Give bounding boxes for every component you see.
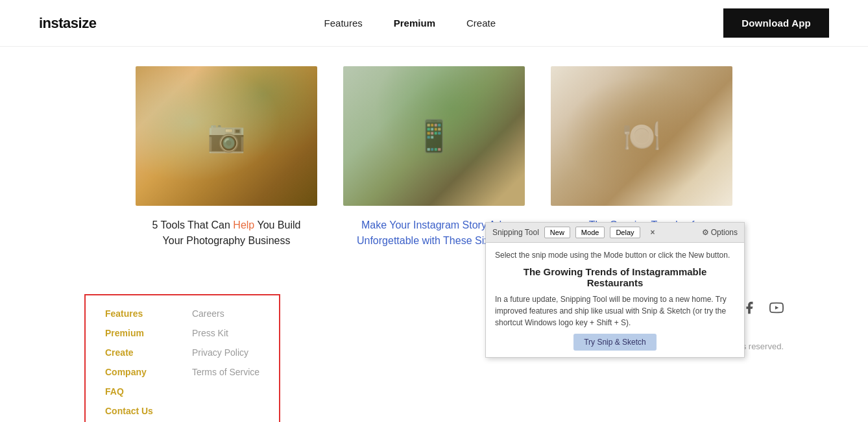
footer-faq[interactable]: FAQ [105,386,153,397]
snipping-title-label: Snipping Tool [492,228,539,237]
nav-premium[interactable]: Premium [394,18,435,29]
download-app-button[interactable]: Download App [723,8,829,38]
svg-marker-3 [775,306,778,310]
footer-contact-us[interactable]: Contact Us [105,406,153,416]
snipping-delay-btn[interactable]: Delay [610,227,640,238]
cards-container: 5 Tools That Can Help You BuildYour Phot… [84,66,784,249]
footer-premium[interactable]: Premium [105,328,153,338]
snipping-article-title: The Growing Trends of Instagrammable Res… [495,266,735,288]
snipping-new-btn[interactable]: New [544,227,570,238]
nav-create[interactable]: Create [466,18,496,29]
header: instasize Features Premium Create Downlo… [0,0,868,47]
footer-links-box: Features Premium Create Company FAQ Cont… [84,294,280,422]
footer-col-2: Careers Press Kit Privacy Policy Terms o… [192,308,259,416]
snipping-toolbar: Snipping Tool New Mode Delay × ⚙ Options [486,223,744,243]
snipping-mode-btn[interactable]: Mode [575,227,605,238]
card-3-image[interactable] [551,66,732,206]
footer-privacy-policy[interactable]: Privacy Policy [192,347,259,358]
footer-col-1: Features Premium Create Company FAQ Cont… [105,308,153,416]
footer-press-kit[interactable]: Press Kit [192,328,259,338]
cards-row: 5 Tools That Can Help You BuildYour Phot… [84,66,784,249]
options-icon: ⚙ [702,228,709,237]
snipping-body: Select the snip mode using the Mode butt… [486,243,744,357]
card-1-image[interactable] [136,66,317,206]
options-label: Options [711,228,738,237]
snip-sketch-button[interactable]: Try Snip & Sketch [573,334,657,351]
main-nav: Features Premium Create [324,18,496,29]
card-photography: 5 Tools That Can Help You BuildYour Phot… [136,66,317,249]
footer-create[interactable]: Create [105,347,153,358]
footer-careers[interactable]: Careers [192,308,259,319]
card-restaurants: The Growing Trends ofInstagrammable Rest… [551,66,732,249]
footer-company[interactable]: Company [105,367,153,377]
footer-features[interactable]: Features [105,308,153,319]
card-1-title: 5 Tools That Can Help You BuildYour Phot… [136,217,317,249]
social-youtube[interactable] [769,301,784,318]
nav-features[interactable]: Features [324,18,363,29]
highlight-help: Help [233,219,254,230]
logo: instasize [39,15,96,32]
card-2-image[interactable] [343,66,525,206]
snipping-hint: Select the snip mode using the Mode butt… [495,249,735,261]
main-content: 5 Tools That Can Help You BuildYour Phot… [0,47,868,275]
snipping-tool-overlay: Snipping Tool New Mode Delay × ⚙ Options… [485,222,745,358]
snipping-options[interactable]: ⚙ Options [702,228,738,237]
snipping-close[interactable]: × [651,228,655,237]
card-instagram-story: Make Your Instagram Story AdsUnforgettab… [343,66,525,249]
footer-terms-of-service[interactable]: Terms of Service [192,367,259,377]
snipping-description: In a future update, Snipping Tool will b… [495,293,735,329]
